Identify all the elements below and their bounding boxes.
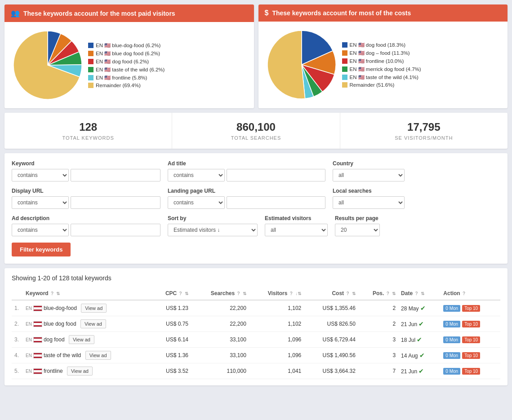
view-ad-button[interactable]: View ad (69, 335, 94, 344)
keyword-text: blue-dog-food (44, 305, 77, 311)
stat-visitors-value: 17,795 (345, 121, 503, 133)
row-cpc: US$ 0.75 (151, 316, 191, 332)
mon-button[interactable]: 0 Mon (443, 321, 460, 327)
view-ad-button[interactable]: View ad (80, 319, 106, 328)
filter-row-1: Keyword contains does not contain starts… (12, 160, 500, 181)
check-icon: ✔ (420, 305, 426, 312)
row-visitors: 1,041 (249, 363, 304, 379)
people-icon: 👥 (11, 9, 20, 18)
row-num: 2. (12, 316, 23, 332)
stat-keywords-value: 128 (9, 121, 167, 133)
row-visitors: 1,096 (249, 348, 304, 363)
keyword-text: dog food (44, 336, 65, 343)
stat-searches-value: 860,100 (177, 121, 335, 133)
row-visitors: 1,096 (249, 332, 304, 348)
results-per-page-label: Results per page (335, 215, 380, 221)
view-ad-button[interactable]: View ad (85, 351, 111, 360)
legend-item: EN 🇺🇸 blue dog food (6.2%) (88, 50, 165, 57)
legend-item: EN 🇺🇸 frontline (5.8%) (88, 75, 165, 81)
row-visitors: 1,102 (249, 300, 304, 316)
legend-label: EN 🇺🇸 taste of the wild (4.1%) (350, 74, 419, 80)
display-url-filter-group: Display URL contains does not contain (12, 188, 160, 209)
top10-button[interactable]: Top 10 (462, 352, 480, 359)
most-costs-body: EN 🇺🇸 dog food (18.3%)EN 🇺🇸 dog – food (… (258, 22, 508, 108)
mon-button[interactable]: 0 Mon (443, 368, 460, 375)
paid-visitors-body: EN 🇺🇸 blue-dog-food (6.2%)EN 🇺🇸 blue dog… (4, 22, 254, 108)
row-action: 0 Mon Top 10 (441, 363, 500, 379)
legend-label: EN 🇺🇸 dog food (6.2%) (96, 58, 149, 65)
most-costs-header: $ These keywords account for most of the… (258, 4, 508, 22)
keyword-input[interactable] (71, 169, 160, 181)
legend-item: Remainder (51.6%) (342, 82, 421, 88)
display-url-label: Display URL (12, 188, 160, 194)
mon-button[interactable]: 0 Mon (443, 336, 460, 343)
col-keyword: Keyword ? ⇅ (23, 287, 151, 300)
top10-button[interactable]: Top 10 (462, 321, 480, 327)
stat-se-visitors: 17,795 SE VISITORS/MONTH (340, 113, 508, 149)
row-pos: 3 (358, 332, 398, 348)
legend-label: Remainder (51.6%) (350, 82, 395, 88)
local-searches-filter-group: Local searches all Yes No (333, 188, 405, 209)
legend-item: EN 🇺🇸 dog food (18.3%) (342, 42, 421, 48)
ad-title-label: Ad title (168, 160, 325, 167)
row-keyword-cell: EN blue-dog-food View ad (23, 300, 151, 316)
estimated-visitors-select[interactable]: all > 100 > 500 (265, 224, 328, 236)
display-url-condition-select[interactable]: contains does not contain (12, 196, 69, 209)
flag-icon (33, 368, 42, 374)
display-url-input[interactable] (71, 196, 160, 209)
ad-description-condition-select[interactable]: contains does not contain (12, 224, 69, 236)
paid-visitors-legend: EN 🇺🇸 blue-dog-food (6.2%)EN 🇺🇸 blue dog… (88, 42, 165, 88)
ad-title-condition-select[interactable]: contains does not contain (168, 169, 225, 181)
local-searches-select[interactable]: all Yes No (333, 196, 405, 209)
country-select[interactable]: all US UK (333, 169, 405, 181)
paid-visitors-header: 👥 These keywords account for the most pa… (4, 4, 254, 22)
legend-item: EN 🇺🇸 frontline (10.0%) (342, 58, 421, 64)
legend-item: EN 🇺🇸 dog food (6.2%) (88, 58, 165, 65)
row-action: 0 Mon Top 10 (441, 332, 500, 348)
filter-keywords-button[interactable]: Filter keywords (12, 243, 71, 256)
legend-label: EN 🇺🇸 taste of the wild (6.2%) (96, 66, 165, 73)
sort-by-label: Sort by (168, 215, 258, 221)
row-searches: 33,100 (191, 332, 249, 348)
row-num: 5. (12, 363, 23, 379)
filter-actions: Filter keywords (12, 243, 500, 256)
mon-button[interactable]: 0 Mon (443, 352, 460, 359)
row-cpc: US$ 3.52 (151, 363, 191, 379)
row-num: 1. (12, 300, 23, 316)
row-action: 0 Mon Top 10 (441, 300, 500, 316)
col-visitors: Visitors ? ↓⇅ (249, 287, 304, 300)
results-showing-text: Showing 1-20 of 128 total keywords (12, 274, 500, 282)
table-row: 3. EN dog food View ad US$ 6.14 33,100 1… (12, 332, 500, 348)
lang-label: EN (26, 337, 32, 342)
results-per-page-select[interactable]: 20 50 100 (335, 224, 380, 236)
row-date: 28 May ✔ (398, 300, 441, 316)
ad-title-input[interactable] (227, 169, 325, 181)
landing-page-input[interactable] (227, 196, 325, 209)
top10-button[interactable]: Top 10 (462, 305, 480, 312)
legend-item: EN 🇺🇸 taste of the wild (6.2%) (88, 66, 165, 73)
landing-page-condition-select[interactable]: contains does not contain (168, 196, 225, 209)
row-date: 14 Aug ✔ (398, 348, 441, 363)
view-ad-button[interactable]: View ad (67, 367, 93, 376)
row-keyword-cell: EN taste of the wild View ad (23, 348, 151, 363)
top10-button[interactable]: Top 10 (462, 336, 480, 343)
flag-icon (33, 305, 42, 311)
sort-by-select[interactable]: Estimated visitors ↓ CPC ↓ Searches ↓ (168, 224, 258, 236)
row-cost: US$ 1,355.46 (304, 300, 358, 316)
keyword-text: taste of the wild (44, 352, 81, 358)
col-cost: Cost ? ⇅ (304, 287, 358, 300)
table-row: 5. EN frontline View ad US$ 3.52 110,000… (12, 363, 500, 379)
ad-description-input[interactable] (71, 224, 160, 236)
mon-button[interactable]: 0 Mon (443, 305, 460, 312)
row-num: 3. (12, 332, 23, 348)
keyword-condition-select[interactable]: contains does not contain starts with (12, 169, 69, 181)
row-keyword-cell: EN frontline View ad (23, 363, 151, 379)
top10-button[interactable]: Top 10 (462, 368, 480, 375)
country-label: Country (333, 160, 405, 167)
legend-label: EN 🇺🇸 blue dog food (6.2%) (96, 50, 160, 57)
top-panels: 👥 These keywords account for the most pa… (0, 0, 512, 113)
row-searches: 110,000 (191, 363, 249, 379)
view-ad-button[interactable]: View ad (81, 304, 107, 313)
row-num: 4. (12, 348, 23, 363)
row-cost: US$ 6,729.44 (304, 332, 358, 348)
